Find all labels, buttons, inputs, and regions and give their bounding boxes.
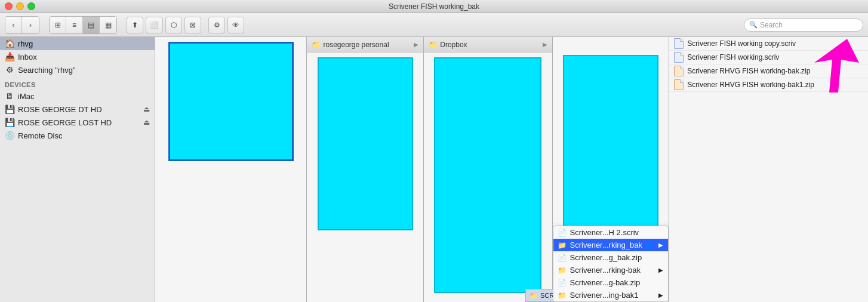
forward-button[interactable]: › — [22, 17, 39, 33]
sidebar-item-remote-disc[interactable]: 💿 Remote Disc — [0, 129, 155, 142]
cm-item-ing-bak1[interactable]: 📁 Scrivener...ing-bak1 ▶ — [553, 289, 669, 301]
maximize-button[interactable] — [27, 2, 35, 10]
folder-sm-icon-3: 📁 — [558, 266, 567, 275]
col2-arrow: ▶ — [414, 41, 418, 48]
right-item-label-3: Scrivener RHVG FISH working-bak1.zip — [687, 81, 814, 89]
house-icon: 🏠 — [5, 39, 14, 48]
col3-header: 📁 Dropbox ▶ — [424, 37, 552, 53]
zip-icon-1 — [674, 79, 684, 90]
cm-rking-arrow: ▶ — [658, 242, 663, 248]
folder-sm-icon: 📄 — [558, 229, 567, 237]
search-icon: 🔍 — [749, 21, 758, 29]
file-sm-icon: 📄 — [558, 254, 567, 262]
view-cover-button[interactable]: ▦ — [100, 17, 116, 33]
column-3: 📁 Dropbox ▶ — [424, 37, 552, 302]
toolbar: ‹ › ⊞ ≡ ▤ ▦ ⬆ ⬜ ⬡ ⊠ ⚙ 👁 🔍 Search — [0, 13, 868, 37]
search-placeholder: Search — [760, 21, 783, 29]
sidebar-item-imac[interactable]: 🖥 iMac — [0, 90, 155, 103]
cm-item-rking-bak[interactable]: 📁 Scrivener...rking_bak ▶ — [553, 239, 669, 251]
col2-label: rosegeorge personal — [323, 41, 389, 49]
right-list-item-0[interactable]: Scrivener FISH working copy.scriv — [669, 37, 868, 51]
nav-buttons: ‹ › — [5, 16, 39, 34]
right-item-label-1: Scrivener FISH working.scriv — [687, 53, 779, 61]
main-area: 🏠 rhvg 📥 Inbox ⚙ Searching "rhvg" Device… — [0, 37, 868, 302]
tag-button[interactable]: ⬡ — [165, 17, 182, 33]
folder-icon-col2: 📁 — [312, 41, 321, 49]
sidebar-item-rhvg[interactable]: 🏠 rhvg — [0, 37, 155, 50]
eject-icon-dt[interactable]: ⏏ — [143, 105, 150, 113]
right-list-item-1[interactable]: Scrivener FISH working.scriv — [669, 51, 868, 64]
cm-gbak-label: Scrivener...g_bak.zip — [570, 253, 642, 262]
col3-arrow: ▶ — [543, 41, 547, 48]
sidebar-searching-label: Searching "rhvg" — [18, 66, 76, 75]
minimize-button[interactable] — [16, 2, 24, 10]
column-1 — [155, 37, 307, 302]
sidebar-item-searching[interactable]: ⚙ Searching "rhvg" — [0, 63, 155, 76]
new-folder-button[interactable]: ⬜ — [146, 17, 163, 33]
devices-header: Devices — [0, 76, 155, 90]
content-area: 📁 rosegeorge personal ▶ 📁 Dropbox ▶ — [155, 37, 868, 302]
right-list-panel: Scrivener FISH working copy.scriv Scrive… — [669, 37, 868, 302]
gear-icon: ⚙ — [5, 65, 14, 75]
disc-icon: 💿 — [5, 131, 14, 140]
cm-item-rking-bak2[interactable]: 📁 Scrivener...rking-bak ▶ — [553, 264, 669, 276]
sidebar-item-rose-lost[interactable]: 💾 ROSE GEORGE LOST HD ⏏ — [0, 116, 155, 129]
zip-icon-0 — [674, 66, 684, 76]
title-bar: Scrivener FISH working_bak — [0, 0, 868, 13]
cm-rking-label: Scrivener...rking_bak — [570, 241, 642, 249]
column-4: 📄 Scrivener...H 2.scriv 📁 Scrivener...rk… — [553, 37, 670, 302]
thumbnail-4[interactable] — [563, 55, 658, 231]
cm-item-g-bak-zip[interactable]: 📄 Scrivener...g_bak.zip — [553, 251, 669, 264]
badge-dot — [647, 243, 652, 248]
window: Scrivener FISH working_bak ‹ › ⊞ ≡ ▤ ▦ ⬆… — [0, 0, 868, 302]
doc-icon-1 — [674, 52, 684, 63]
monitor-icon: 🖥 — [5, 91, 14, 101]
column-2: 📁 rosegeorge personal ▶ — [307, 37, 424, 302]
thumbnail-1[interactable] — [168, 42, 294, 161]
disk-icon: 💾 — [5, 104, 14, 114]
view-buttons: ⊞ ≡ ▤ ▦ — [49, 16, 117, 34]
view-columns-button[interactable]: ▤ — [83, 17, 100, 33]
view-icons-button[interactable]: ⊞ — [50, 17, 66, 33]
sidebar-imac-label: iMac — [18, 92, 34, 101]
sidebar-item-rose-dt[interactable]: 💾 ROSE GEORGE DT HD ⏏ — [0, 103, 155, 116]
window-title: Scrivener FISH working_bak — [389, 2, 479, 11]
sidebar-remote-label: Remote Disc — [18, 131, 62, 140]
search-box[interactable]: 🔍 Search — [744, 19, 863, 32]
sidebar-item-inbox[interactable]: 📥 Inbox — [0, 50, 155, 63]
eye-button[interactable]: 👁 — [227, 17, 244, 33]
disk-icon-2: 💾 — [5, 118, 14, 127]
cm-rking2-label: Scrivener...rking-bak — [570, 266, 641, 275]
settings-button[interactable]: ⚙ — [208, 17, 225, 33]
folder-icon-col3: 📁 — [429, 41, 438, 49]
col2-header: 📁 rosegeorge personal ▶ — [307, 37, 423, 53]
sidebar-rose-lost-label: ROSE GEORGE LOST HD — [18, 118, 112, 127]
right-list-item-2[interactable]: Scrivener RHVG FISH working-bak.zip — [669, 64, 868, 78]
right-item-label-2: Scrivener RHVG FISH working-bak.zip — [687, 67, 810, 75]
col3-label: Dropbox — [440, 41, 467, 49]
cm-item-h2[interactable]: 📄 Scrivener...H 2.scriv — [553, 226, 669, 239]
doc-icon-0 — [674, 38, 684, 49]
cm-ingbak-arrow: ▶ — [658, 292, 663, 298]
share-button[interactable]: ⬆ — [127, 17, 143, 33]
thumbnail-2[interactable] — [318, 57, 413, 230]
right-item-label-0: Scrivener FISH working copy.scriv — [687, 39, 796, 48]
delete-button[interactable]: ⊠ — [184, 17, 201, 33]
cm-h2-label: Scrivener...H 2.scriv — [570, 228, 639, 237]
view-list-button[interactable]: ≡ — [66, 17, 83, 33]
eject-icon-lost[interactable]: ⏏ — [143, 118, 150, 127]
sidebar-rose-dt-label: ROSE GEORGE DT HD — [18, 105, 102, 114]
sidebar-inbox-label: Inbox — [18, 53, 37, 61]
window-controls — [5, 2, 35, 10]
right-list-item-3[interactable]: Scrivener RHVG FISH working-bak1.zip — [669, 78, 868, 92]
thumbnail-3[interactable] — [434, 57, 541, 293]
folder-sm-icon-4: 📁 — [558, 291, 567, 300]
cm-item-g-bak-zip2[interactable]: 📄 Scrivener...g-bak.zip — [553, 276, 669, 289]
cm-ingbak-label: Scrivener...ing-bak1 — [570, 291, 639, 300]
context-menu: 📄 Scrivener...H 2.scriv 📁 Scrivener...rk… — [553, 226, 669, 302]
sidebar: 🏠 rhvg 📥 Inbox ⚙ Searching "rhvg" Device… — [0, 37, 155, 302]
cm-rking2-arrow: ▶ — [658, 267, 663, 273]
back-button[interactable]: ‹ — [5, 17, 22, 33]
folder-sm-icon-2: 📁 — [558, 241, 567, 249]
close-button[interactable] — [5, 2, 13, 10]
